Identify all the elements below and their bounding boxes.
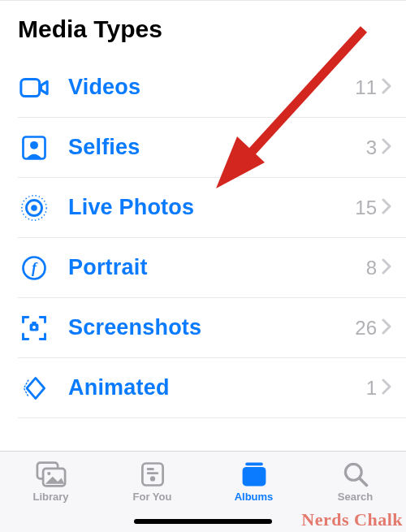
chevron-right-icon xyxy=(382,318,391,338)
svg-point-2 xyxy=(30,141,38,149)
chevron-right-icon xyxy=(382,78,391,97)
row-live-photos[interactable]: Live Photos 15 xyxy=(18,178,406,238)
tab-label: Search xyxy=(338,491,373,503)
library-tab-icon xyxy=(35,460,67,489)
chevron-right-icon xyxy=(382,378,391,398)
row-count: 3 xyxy=(366,136,377,159)
svg-rect-18 xyxy=(146,472,158,474)
animated-icon xyxy=(18,372,50,404)
svg-point-19 xyxy=(149,476,154,481)
tab-bar: Library For You Albums xyxy=(0,451,406,532)
chevron-right-icon xyxy=(382,258,391,278)
svg-rect-20 xyxy=(245,463,263,466)
search-tab-icon xyxy=(339,460,372,489)
row-animated[interactable]: Animated 1 xyxy=(18,358,406,418)
row-count: 11 xyxy=(355,76,377,99)
svg-point-15 xyxy=(47,472,50,475)
svg-rect-17 xyxy=(146,468,153,470)
videos-icon xyxy=(18,71,50,104)
svg-rect-0 xyxy=(21,79,40,96)
foryou-tab-icon xyxy=(136,460,169,489)
tab-label: Albums xyxy=(235,491,274,503)
svg-point-10 xyxy=(32,326,36,329)
row-label: Selfies xyxy=(68,135,366,160)
live-photos-icon xyxy=(18,192,50,224)
home-indicator[interactable] xyxy=(134,519,272,524)
row-videos[interactable]: Videos 11 xyxy=(18,58,406,118)
tab-albums[interactable]: Albums xyxy=(203,460,304,503)
svg-rect-9 xyxy=(32,321,36,324)
row-selfies[interactable]: Selfies 3 xyxy=(18,118,406,178)
portrait-icon: f xyxy=(18,252,50,284)
row-count: 8 xyxy=(366,257,377,279)
chevron-right-icon xyxy=(382,198,391,218)
media-types-list: Videos 11 Selfies 3 xyxy=(0,58,406,418)
row-label: Portrait xyxy=(68,255,366,280)
row-label: Videos xyxy=(68,75,355,100)
svg-text:f: f xyxy=(32,260,38,276)
tab-library[interactable]: Library xyxy=(0,460,102,503)
tab-search[interactable]: Search xyxy=(304,460,406,503)
screenshots-icon xyxy=(18,312,50,344)
row-count: 1 xyxy=(366,377,377,400)
section-header-media-types: Media Types xyxy=(0,0,406,58)
chevron-right-icon xyxy=(382,138,391,158)
row-count: 15 xyxy=(355,197,377,219)
selfies-icon xyxy=(18,132,50,164)
row-label: Animated xyxy=(68,375,366,400)
tab-foryou[interactable]: For You xyxy=(102,460,203,503)
row-portrait[interactable]: f Portrait 8 xyxy=(18,238,406,298)
tab-label: For You xyxy=(133,491,172,503)
tab-label: Library xyxy=(32,491,68,503)
albums-tab-icon xyxy=(238,460,270,489)
row-screenshots[interactable]: Screenshots 26 xyxy=(18,298,406,358)
svg-rect-21 xyxy=(242,467,266,486)
svg-line-23 xyxy=(360,478,366,485)
row-count: 26 xyxy=(355,317,377,340)
row-label: Live Photos xyxy=(68,195,355,220)
row-label: Screenshots xyxy=(68,315,355,340)
svg-point-5 xyxy=(31,205,37,211)
